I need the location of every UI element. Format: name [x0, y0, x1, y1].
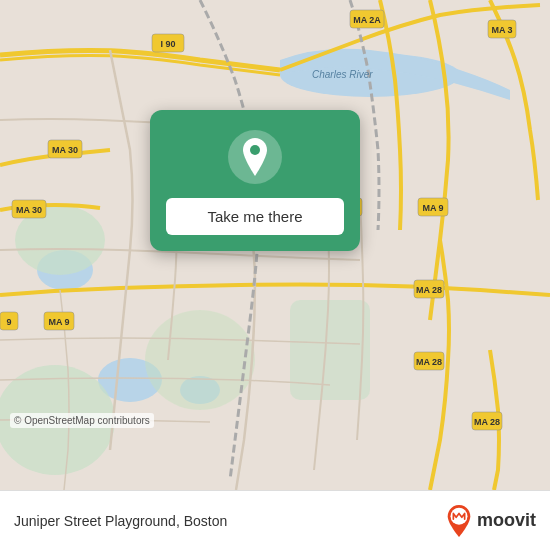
moovit-logo: moovit [445, 505, 536, 537]
svg-text:MA 28: MA 28 [416, 285, 442, 295]
place-name: Juniper Street Playground, Boston [14, 513, 227, 529]
take-me-there-button[interactable]: Take me there [166, 198, 344, 235]
svg-text:MA 2A: MA 2A [353, 15, 381, 25]
svg-text:MA 28: MA 28 [474, 417, 500, 427]
svg-text:9: 9 [6, 317, 11, 327]
svg-text:Charles River: Charles River [312, 69, 373, 80]
svg-text:MA 3: MA 3 [491, 25, 512, 35]
svg-text:MA 28: MA 28 [416, 357, 442, 367]
location-pin-icon [239, 138, 271, 176]
moovit-logo-text: moovit [477, 510, 536, 531]
svg-text:MA 30: MA 30 [52, 145, 78, 155]
place-info: Juniper Street Playground, Boston [14, 513, 227, 529]
svg-text:I 90: I 90 [160, 39, 175, 49]
svg-point-34 [250, 145, 260, 155]
bottom-bar: Juniper Street Playground, Boston moovit [0, 490, 550, 550]
map-container: I 90 MA 2A MA 3 MA 30 MA 30 MA 9 MA 9 MA… [0, 0, 550, 490]
popup-card: Take me there [150, 110, 360, 251]
moovit-pin-icon [445, 505, 473, 537]
svg-point-8 [145, 310, 255, 410]
svg-text:MA 9: MA 9 [422, 203, 443, 213]
copyright-text: © OpenStreetMap contributors [10, 413, 154, 428]
svg-text:MA 30: MA 30 [16, 205, 42, 215]
location-icon-wrapper [228, 130, 282, 184]
svg-text:MA 9: MA 9 [48, 317, 69, 327]
